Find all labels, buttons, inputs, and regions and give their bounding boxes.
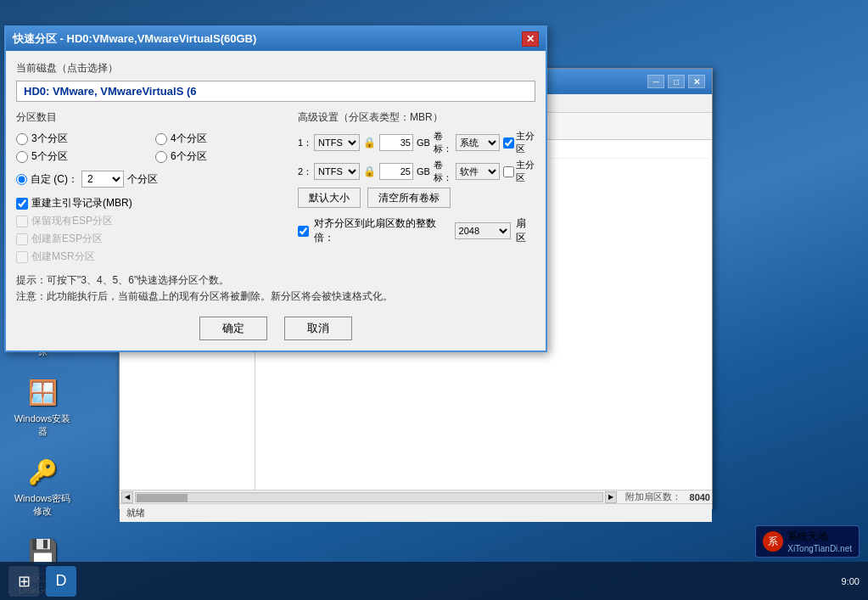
close-button[interactable]: ✕ — [688, 75, 705, 88]
part1-primary-checkbox[interactable] — [503, 137, 514, 149]
partition-btn-row: 默认大小 清空所有卷标 — [298, 188, 535, 208]
radio-3parts-input[interactable] — [16, 133, 28, 145]
scroll-thumb[interactable] — [137, 494, 188, 502]
status-text: 就绪 — [126, 507, 145, 519]
checkbox-msr-input[interactable] — [16, 251, 28, 263]
attached-sectors-label: 附加扇区数： — [625, 491, 681, 503]
desktop: 🖥 此电脑 🛡 分区助手(无损) 🔧 CGI备份还原 🔨 Dism++ 👻 Gh… — [0, 0, 868, 600]
part2-size-input[interactable] — [379, 163, 413, 180]
part2-fs-select[interactable]: NTFS FAT32 exFAT — [314, 163, 360, 180]
dialog-buttons: 确定 取消 — [16, 317, 535, 340]
windows-pwd-icon: 🔑 — [25, 455, 59, 489]
notes-line1: 提示：可按下"3、4、5、6"快速选择分区个数。 — [16, 272, 535, 289]
taskbar-start[interactable]: ⊞ — [8, 566, 39, 597]
ok-button[interactable]: 确定 — [199, 317, 267, 340]
radio-grid: 3个分区 4个分区 5个分区 6个分区 — [16, 132, 288, 164]
dg-statusbar: 就绪 — [120, 503, 712, 522]
partition-count-section-title: 分区数目 — [16, 110, 288, 125]
part1-primary-label: 主分区 — [516, 130, 535, 155]
align-value-select[interactable]: 2048 4096 512 — [455, 222, 512, 239]
radio-6parts-label: 6个分区 — [171, 149, 207, 164]
checkbox-mbr[interactable]: 重建主引导记录(MBR) — [16, 196, 288, 210]
custom-suffix: 个分区 — [127, 172, 158, 187]
checkbox-new-esp-label: 创建新ESP分区 — [31, 232, 103, 246]
part1-fs-select[interactable]: NTFS FAT32 exFAT — [314, 134, 360, 151]
windows-install-icon: 🪟 — [25, 375, 59, 409]
taskbar-time: 9:00 — [842, 576, 860, 586]
part2-lock-icon: 🔒 — [363, 165, 376, 177]
part2-primary-check[interactable]: 主分区 — [503, 159, 535, 184]
dialog-close-button[interactable]: ✕ — [522, 31, 539, 47]
partition-row-2: 2： NTFS FAT32 exFAT 🔒 GB 卷标： 软件 系统 — [298, 159, 535, 184]
checkbox-msr-label: 创建MSR分区 — [31, 250, 95, 264]
current-disk-value[interactable]: HD0: VMware, VMwareVirtualS (6 — [16, 81, 535, 102]
radio-6parts-input[interactable] — [155, 151, 167, 163]
radio-custom-input[interactable] — [16, 174, 27, 185]
custom-count-select[interactable]: 2 3 4 5 6 — [81, 171, 124, 188]
dialog-left: 分区数目 3个分区 4个分区 5个分区 — [16, 110, 288, 264]
checkbox-keep-esp[interactable]: 保留现有ESP分区 — [16, 214, 288, 228]
watermark-text: 系统天地 XiTongTianDi.net — [787, 530, 852, 553]
scroll-track[interactable] — [135, 492, 603, 502]
part1-label-select[interactable]: 系统 软件 文档 — [456, 134, 500, 151]
taskbar-left: ⊞ D — [8, 566, 76, 597]
partition-row-1: 1： NTFS FAT32 exFAT 🔒 GB 卷标： 系统 软件 — [298, 130, 535, 155]
clear-labels-button[interactable]: 清空所有卷标 — [367, 188, 451, 208]
scroll-right-arrow[interactable]: ▶ — [605, 491, 617, 503]
dg-scrollbar-h: ◀ ▶ 附加扇区数： 8040 — [120, 490, 712, 503]
checkbox-msr[interactable]: 创建MSR分区 — [16, 250, 288, 264]
windows-pwd-label: Windows密码修改 — [13, 492, 72, 518]
checkbox-keep-esp-label: 保留现有ESP分区 — [31, 214, 113, 228]
checkbox-new-esp-input[interactable] — [16, 233, 28, 245]
taskbar-dg-icon[interactable]: D — [46, 566, 76, 597]
part1-label-text: 卷标： — [434, 130, 452, 155]
watermark-url: XiTongTianDi.net — [787, 544, 852, 553]
part2-label-select[interactable]: 软件 系统 文档 — [456, 163, 500, 180]
watermark: 系 系统天地 XiTongTianDi.net — [755, 525, 860, 558]
default-size-button[interactable]: 默认大小 — [298, 188, 361, 208]
part1-size-input[interactable] — [379, 134, 413, 151]
minimize-button[interactable]: ─ — [647, 75, 664, 88]
part1-num: 1： — [298, 137, 311, 149]
part2-num: 2： — [298, 165, 311, 178]
dialog-title: 快速分区 - HD0:VMware,VMwareVirtualS(60GB) — [13, 31, 256, 47]
windows-install-label: Windows安装器 — [13, 412, 72, 438]
maximize-button[interactable]: □ — [668, 75, 685, 88]
dialog-columns: 分区数目 3个分区 4个分区 5个分区 — [16, 110, 535, 264]
desktop-icon-windows-pwd[interactable]: 🔑 Windows密码修改 — [13, 455, 72, 518]
part2-primary-label: 主分区 — [516, 159, 535, 184]
dialog-body: 当前磁盘（点击选择） HD0: VMware, VMwareVirtualS (… — [6, 51, 546, 350]
checkbox-mbr-label: 重建主引导记录(MBR) — [31, 196, 132, 210]
part1-primary-check[interactable]: 主分区 — [503, 130, 535, 155]
radio-6parts[interactable]: 6个分区 — [155, 149, 288, 164]
radio-5parts-input[interactable] — [16, 151, 28, 163]
radio-4parts-input[interactable] — [155, 133, 167, 145]
part2-primary-checkbox[interactable] — [503, 166, 514, 177]
align-unit: 扇区 — [516, 216, 535, 245]
dg-titlebar-controls: ─ □ ✕ — [647, 75, 705, 88]
checkbox-mbr-input[interactable] — [16, 198, 28, 210]
quick-partition-dialog: 快速分区 - HD0:VMware,VMwareVirtualS(60GB) ✕… — [4, 25, 547, 352]
current-disk-label: 当前磁盘（点击选择） — [16, 61, 535, 76]
radio-4parts-label: 4个分区 — [171, 132, 207, 146]
scroll-left-arrow[interactable]: ◀ — [121, 491, 133, 503]
taskbar: ⊞ D 9:00 — [0, 562, 868, 600]
custom-label: 自定 (C)： — [31, 172, 78, 187]
radio-3parts[interactable]: 3个分区 — [16, 132, 148, 146]
checkbox-section: 重建主引导记录(MBR) 保留现有ESP分区 创建新ESP分区 创建M — [16, 196, 288, 264]
align-checkbox[interactable] — [298, 226, 309, 237]
advanced-label: 高级设置（分区表类型：MBR） — [298, 110, 535, 125]
watermark-icon: 系 — [763, 531, 783, 552]
radio-5parts-label: 5个分区 — [31, 149, 68, 164]
checkbox-keep-esp-input[interactable] — [16, 216, 28, 227]
align-label: 对齐分区到此扇区数的整数倍： — [314, 216, 450, 245]
custom-row: 自定 (C)： 2 3 4 5 6 个分区 — [16, 171, 288, 188]
cancel-button[interactable]: 取消 — [284, 317, 352, 340]
checkbox-new-esp[interactable]: 创建新ESP分区 — [16, 232, 288, 246]
taskbar-right: 9:00 — [842, 576, 860, 586]
radio-5parts[interactable]: 5个分区 — [16, 149, 148, 164]
radio-4parts[interactable]: 4个分区 — [155, 132, 288, 146]
desktop-icon-windows-install[interactable]: 🪟 Windows安装器 — [13, 375, 72, 438]
part2-label-text: 卷标： — [434, 159, 452, 184]
watermark-label: 系统天地 — [787, 530, 852, 544]
